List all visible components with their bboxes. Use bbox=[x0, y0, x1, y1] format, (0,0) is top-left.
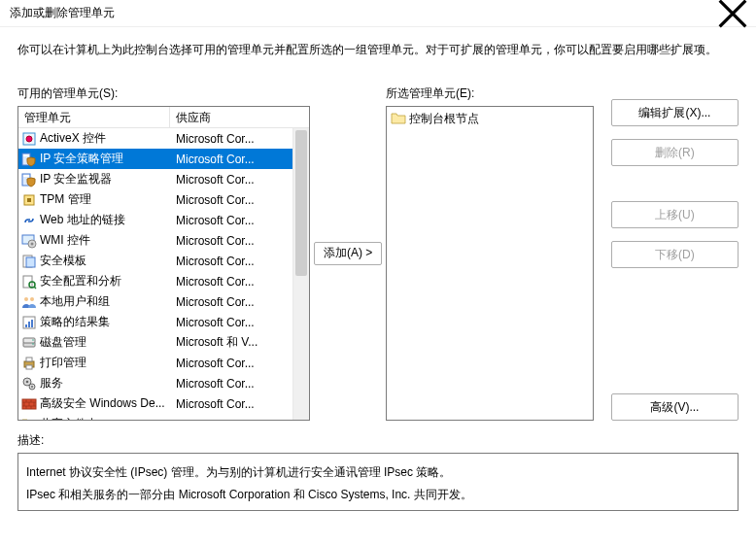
list-item[interactable]: 共享文件夹Microsoft Cor... bbox=[18, 414, 309, 420]
template-icon bbox=[21, 254, 37, 269]
gears-icon bbox=[21, 376, 37, 392]
list-item[interactable]: IP 安全监视器Microsoft Cor... bbox=[18, 169, 309, 189]
list-item[interactable]: IP 安全策略管理Microsoft Cor... bbox=[18, 149, 309, 169]
list-item[interactable]: WMI 控件Microsoft Cor... bbox=[18, 230, 309, 251]
snapin-name: 磁盘管理 bbox=[40, 334, 86, 351]
analyze-icon bbox=[21, 274, 37, 290]
chip-icon bbox=[21, 192, 37, 208]
folder-icon bbox=[391, 111, 406, 126]
shield-server-icon bbox=[21, 152, 37, 167]
list-item[interactable]: 高级安全 Windows De...Microsoft Cor... bbox=[18, 393, 309, 414]
snapin-name: IP 安全监视器 bbox=[40, 171, 112, 187]
snapin-vendor: Microsoft Cor... bbox=[170, 377, 309, 391]
results-icon bbox=[21, 315, 37, 330]
close-button[interactable] bbox=[717, 4, 748, 23]
svg-point-26 bbox=[26, 380, 29, 383]
snapin-vendor: Microsoft Cor... bbox=[170, 132, 309, 146]
instruction-text: 你可以在计算机上为此控制台选择可用的管理单元并配置所选的一组管理单元。对于可扩展… bbox=[17, 41, 739, 58]
link-icon bbox=[21, 213, 37, 228]
disk-icon bbox=[21, 335, 37, 351]
snapin-vendor: Microsoft 和 V... bbox=[170, 334, 309, 351]
snapin-vendor: Microsoft Cor... bbox=[170, 255, 309, 268]
list-item[interactable]: ActiveX 控件Microsoft Cor... bbox=[18, 128, 309, 149]
tree-root-label: 控制台根节点 bbox=[409, 111, 479, 127]
description-text-2: IPsec 和相关服务的一部分由 Microsoft Corporation 和… bbox=[26, 484, 730, 506]
gear-monitor-icon bbox=[21, 233, 37, 249]
svg-rect-7 bbox=[27, 198, 31, 202]
description-text: Internet 协议安全性 (IPsec) 管理。为与别的计算机进行安全通讯管… bbox=[26, 461, 730, 484]
list-item[interactable]: 本地用户和组Microsoft Cor... bbox=[18, 291, 309, 312]
snapin-vendor: Microsoft Cor... bbox=[170, 316, 309, 329]
snapin-vendor: Microsoft Cor... bbox=[170, 193, 309, 207]
svg-point-28 bbox=[31, 386, 33, 388]
svg-rect-23 bbox=[26, 358, 32, 361]
svg-point-15 bbox=[24, 297, 28, 301]
list-item[interactable]: 安全配置和分析Microsoft Cor... bbox=[18, 271, 309, 291]
snapin-name: 服务 bbox=[40, 375, 63, 392]
list-header: 管理单元 供应商 bbox=[18, 107, 309, 128]
snapin-vendor: Microsoft Cor... bbox=[170, 234, 309, 248]
available-label: 可用的管理单元(S): bbox=[17, 85, 310, 102]
remove-button[interactable]: 删除(R) bbox=[611, 139, 739, 166]
snapin-vendor: Microsoft Cor... bbox=[170, 295, 309, 309]
snapin-vendor: Microsoft Cor... bbox=[170, 153, 309, 166]
snapin-name: 共享文件夹 bbox=[40, 416, 98, 420]
snapin-name: WMI 控件 bbox=[40, 232, 90, 249]
snapin-name: 安全配置和分析 bbox=[40, 273, 121, 290]
move-up-button[interactable]: 上移(U) bbox=[611, 201, 739, 228]
snapin-name: Web 地址的链接 bbox=[40, 212, 125, 228]
dialog-title: 添加或删除管理单元 bbox=[10, 5, 115, 21]
snapin-vendor: Microsoft Cor... bbox=[170, 214, 309, 227]
snapin-name: ActiveX 控件 bbox=[40, 130, 106, 147]
tree-root-node[interactable]: 控制台根节点 bbox=[391, 110, 589, 127]
svg-rect-3 bbox=[23, 154, 29, 156]
shield-server-icon bbox=[21, 172, 37, 187]
list-item[interactable]: 服务Microsoft Cor... bbox=[18, 373, 309, 393]
snapin-name: IP 安全策略管理 bbox=[40, 151, 123, 167]
close-icon bbox=[717, 0, 748, 29]
scrollbar[interactable] bbox=[292, 128, 309, 420]
scrollbar-thumb[interactable] bbox=[295, 130, 307, 276]
column-vendor[interactable]: 供应商 bbox=[170, 107, 309, 128]
svg-point-21 bbox=[32, 343, 34, 345]
add-button[interactable]: 添加(A) > bbox=[314, 242, 382, 265]
svg-rect-12 bbox=[26, 257, 35, 267]
advanced-button[interactable]: 高级(V)... bbox=[611, 393, 739, 421]
snapin-name: 高级安全 Windows De... bbox=[40, 395, 165, 412]
snapin-name: 本地用户和组 bbox=[40, 293, 110, 310]
list-item[interactable]: 策略的结果集Microsoft Cor... bbox=[18, 312, 309, 332]
snapin-name: 策略的结果集 bbox=[40, 314, 110, 330]
svg-rect-5 bbox=[23, 175, 29, 177]
selected-label: 所选管理单元(E): bbox=[386, 85, 594, 102]
edit-extensions-button[interactable]: 编辑扩展(X)... bbox=[611, 99, 739, 126]
list-item[interactable]: 打印管理Microsoft Cor... bbox=[18, 353, 309, 373]
selected-snapins-tree[interactable]: 控制台根节点 bbox=[386, 106, 594, 421]
list-item[interactable]: TPM 管理Microsoft Cor... bbox=[18, 189, 309, 210]
firewall-icon bbox=[21, 396, 37, 412]
list-item[interactable]: 安全模板Microsoft Cor... bbox=[18, 251, 309, 271]
snapin-name: 打印管理 bbox=[40, 355, 86, 371]
snapin-vendor: Microsoft Cor... bbox=[170, 275, 309, 289]
column-name[interactable]: 管理单元 bbox=[18, 107, 170, 127]
list-item[interactable]: Web 地址的链接Microsoft Cor... bbox=[18, 210, 309, 230]
snapin-vendor: Microsoft Cor... bbox=[170, 418, 309, 421]
svg-point-20 bbox=[32, 339, 34, 341]
folder-share-icon bbox=[21, 417, 37, 421]
snapin-name: 安全模板 bbox=[40, 253, 86, 269]
printer-icon bbox=[21, 356, 37, 371]
snapin-vendor: Microsoft Cor... bbox=[170, 397, 309, 411]
move-down-button[interactable]: 下移(D) bbox=[611, 241, 739, 268]
svg-point-10 bbox=[31, 242, 34, 245]
snapin-vendor: Microsoft Cor... bbox=[170, 357, 309, 370]
list-item[interactable]: 磁盘管理Microsoft 和 V... bbox=[18, 332, 309, 353]
svg-rect-24 bbox=[26, 365, 32, 369]
users-icon bbox=[21, 294, 37, 310]
description-label: 描述: bbox=[17, 432, 739, 449]
snapin-vendor: Microsoft Cor... bbox=[170, 173, 309, 187]
description-box: Internet 协议安全性 (IPsec) 管理。为与别的计算机进行安全通讯管… bbox=[17, 453, 739, 511]
snapin-name: TPM 管理 bbox=[40, 191, 91, 208]
available-snapins-list[interactable]: 管理单元 供应商 ActiveX 控件Microsoft Cor...IP 安全… bbox=[17, 106, 310, 421]
activex-icon bbox=[21, 131, 37, 147]
svg-point-1 bbox=[26, 136, 32, 142]
svg-point-16 bbox=[30, 297, 34, 301]
